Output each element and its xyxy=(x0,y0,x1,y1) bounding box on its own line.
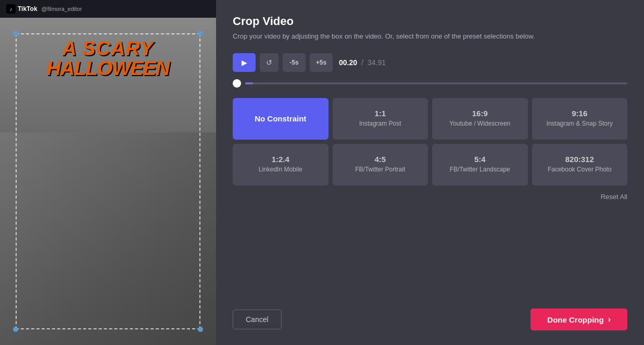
reset-all-button[interactable]: Reset All xyxy=(601,193,627,201)
progress-bar-container[interactable] xyxy=(233,79,627,88)
crop-handle-top-left[interactable] xyxy=(13,31,18,36)
preset-4-5-label: FB/Twitter Portrait xyxy=(355,166,405,174)
reset-all-container: Reset All xyxy=(233,192,627,201)
preset-1-1[interactable]: 1:1 Instagram Post xyxy=(333,98,428,140)
presets-grid: No Constraint 1:1 Instagram Post 16:9 Yo… xyxy=(233,98,627,186)
play-icon: ▶ xyxy=(242,58,247,67)
progress-track[interactable] xyxy=(245,82,627,84)
chevron-right-icon: › xyxy=(608,315,611,324)
preset-820-312-ratio: 820:312 xyxy=(565,155,594,164)
preset-5-4[interactable]: 5:4 FB/Twitter Landscape xyxy=(432,144,528,186)
time-separator: / xyxy=(361,58,363,67)
plus5-button[interactable]: +5s xyxy=(310,53,333,72)
preset-820-312-label: Facebook Cover Photo xyxy=(548,166,612,174)
action-buttons: Cancel Done Cropping › xyxy=(233,309,627,330)
preset-16-9-ratio: 16:9 xyxy=(472,109,488,118)
minus5-button[interactable]: -5s xyxy=(283,53,306,72)
preset-5-4-label: FB/Twitter Landscape xyxy=(450,166,510,174)
crop-handle-bottom-left[interactable] xyxy=(13,327,18,332)
preset-1-1-label: Instagram Post xyxy=(359,120,401,128)
preset-9-16[interactable]: 9:16 Instagram & Snap Story xyxy=(532,98,628,140)
preset-9-16-ratio: 9:16 xyxy=(572,109,587,118)
preset-no-constraint[interactable]: No Constraint xyxy=(233,98,329,140)
preset-9-16-label: Instagram & Snap Story xyxy=(547,120,613,128)
progress-thumb[interactable] xyxy=(233,79,241,88)
total-time: 34.91 xyxy=(368,58,386,67)
panel-title: Crop Video xyxy=(233,15,627,28)
preset-5-4-ratio: 5:4 xyxy=(474,155,486,164)
tiktok-icon: ♪ xyxy=(6,4,16,14)
video-preview: A SCARY HALLOWEEN xyxy=(0,18,216,345)
preset-1-2-4-ratio: 1:2.4 xyxy=(272,155,289,164)
play-button[interactable]: ▶ xyxy=(233,53,256,72)
preset-4-5[interactable]: 4:5 FB/Twitter Portrait xyxy=(333,144,428,186)
tiktok-name: TikTok xyxy=(18,5,37,13)
reset-button[interactable]: ↺ xyxy=(260,53,279,72)
preset-1-2-4-label: LinkedIn Mobile xyxy=(259,166,302,174)
crop-box[interactable] xyxy=(16,33,200,329)
cancel-button[interactable]: Cancel xyxy=(233,310,282,329)
preset-1-1-ratio: 1:1 xyxy=(374,109,386,118)
crop-handle-bottom-right[interactable] xyxy=(198,327,203,332)
preset-1-2-4[interactable]: 1:2.4 LinkedIn Mobile xyxy=(233,144,329,186)
preset-16-9-label: Youtube / Widescreen xyxy=(449,120,510,128)
tiktok-bar: ♪ TikTok @filmora_editor xyxy=(0,0,216,18)
tiktok-logo: ♪ TikTok xyxy=(6,4,37,14)
video-panel: ♪ TikTok @filmora_editor A SCARY HALLOWE… xyxy=(0,0,216,345)
panel-subtitle: Crop your video by adjusting the box on … xyxy=(233,31,627,42)
preset-16-9[interactable]: 16:9 Youtube / Widescreen xyxy=(432,98,528,140)
preset-no-constraint-ratio: No Constraint xyxy=(255,114,306,123)
done-cropping-button[interactable]: Done Cropping › xyxy=(531,309,627,330)
progress-fill xyxy=(245,82,253,84)
tiktok-handle: @filmora_editor xyxy=(42,6,82,12)
preset-820-312[interactable]: 820:312 Facebook Cover Photo xyxy=(532,144,628,186)
preset-4-5-ratio: 4:5 xyxy=(374,155,386,164)
done-cropping-label: Done Cropping xyxy=(547,315,603,324)
current-time: 00.20 xyxy=(339,58,357,67)
reset-icon: ↺ xyxy=(266,58,272,67)
crop-handle-top-right[interactable] xyxy=(198,31,203,36)
playback-controls: ▶ ↺ -5s +5s 00.20 / 34.91 xyxy=(233,53,627,72)
right-panel: Crop Video Crop your video by adjusting … xyxy=(216,0,644,345)
